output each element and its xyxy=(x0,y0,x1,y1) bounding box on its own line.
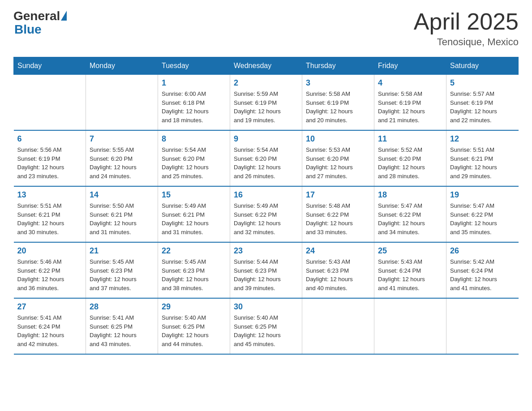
day-number: 20 xyxy=(17,246,82,256)
day-number: 13 xyxy=(17,190,82,200)
calendar-cell: 9Sunrise: 5:54 AMSunset: 6:20 PMDaylight… xyxy=(230,130,302,186)
day-info: Sunrise: 5:53 AMSunset: 6:20 PMDaylight:… xyxy=(306,146,370,180)
calendar-cell: 17Sunrise: 5:48 AMSunset: 6:22 PMDayligh… xyxy=(302,186,374,242)
day-info: Sunrise: 5:40 AMSunset: 6:25 PMDaylight:… xyxy=(162,313,226,348)
day-info: Sunrise: 5:51 AMSunset: 6:21 PMDaylight:… xyxy=(17,201,82,236)
calendar-cell xyxy=(86,75,158,131)
day-number: 22 xyxy=(162,246,226,256)
day-number: 7 xyxy=(90,134,154,144)
day-info: Sunrise: 5:43 AMSunset: 6:23 PMDaylight:… xyxy=(306,257,370,292)
calendar-cell xyxy=(446,298,519,354)
calendar-cell xyxy=(374,298,446,354)
day-info: Sunrise: 5:42 AMSunset: 6:24 PMDaylight:… xyxy=(450,257,515,292)
day-info: Sunrise: 5:58 AMSunset: 6:19 PMDaylight:… xyxy=(306,90,370,124)
day-info: Sunrise: 5:56 AMSunset: 6:19 PMDaylight:… xyxy=(17,146,82,180)
calendar-cell: 8Sunrise: 5:54 AMSunset: 6:20 PMDaylight… xyxy=(158,130,230,186)
calendar-cell: 30Sunrise: 5:40 AMSunset: 6:25 PMDayligh… xyxy=(230,298,302,354)
day-number: 4 xyxy=(378,78,442,88)
day-number: 9 xyxy=(234,134,298,144)
day-number: 3 xyxy=(306,78,370,88)
header: General Blue April 2025 Tenosique, Mexic… xyxy=(13,9,519,48)
day-info: Sunrise: 5:45 AMSunset: 6:23 PMDaylight:… xyxy=(90,257,154,292)
calendar-cell: 7Sunrise: 5:55 AMSunset: 6:20 PMDaylight… xyxy=(86,130,158,186)
day-number: 11 xyxy=(378,134,442,144)
weekday-header-monday: Monday xyxy=(86,57,158,75)
day-number: 18 xyxy=(378,190,442,200)
calendar-cell: 1Sunrise: 6:00 AMSunset: 6:18 PMDaylight… xyxy=(158,75,230,131)
day-number: 1 xyxy=(162,78,226,88)
day-number: 6 xyxy=(17,134,82,144)
calendar-cell: 12Sunrise: 5:51 AMSunset: 6:21 PMDayligh… xyxy=(446,130,519,186)
week-row-1: 1Sunrise: 6:00 AMSunset: 6:18 PMDaylight… xyxy=(14,75,519,131)
day-info: Sunrise: 5:58 AMSunset: 6:19 PMDaylight:… xyxy=(378,90,442,124)
week-row-3: 13Sunrise: 5:51 AMSunset: 6:21 PMDayligh… xyxy=(14,186,519,242)
logo: General Blue xyxy=(13,9,67,37)
day-number: 8 xyxy=(162,134,226,144)
calendar-cell: 4Sunrise: 5:58 AMSunset: 6:19 PMDaylight… xyxy=(374,75,446,131)
calendar-cell: 15Sunrise: 5:49 AMSunset: 6:21 PMDayligh… xyxy=(158,186,230,242)
day-info: Sunrise: 6:00 AMSunset: 6:18 PMDaylight:… xyxy=(162,90,226,124)
day-info: Sunrise: 5:44 AMSunset: 6:23 PMDaylight:… xyxy=(234,257,298,292)
day-number: 23 xyxy=(234,246,298,256)
day-number: 26 xyxy=(450,246,515,256)
calendar-cell: 10Sunrise: 5:53 AMSunset: 6:20 PMDayligh… xyxy=(302,130,374,186)
day-info: Sunrise: 5:55 AMSunset: 6:20 PMDaylight:… xyxy=(90,146,154,180)
day-info: Sunrise: 5:47 AMSunset: 6:22 PMDaylight:… xyxy=(378,201,442,236)
day-info: Sunrise: 5:51 AMSunset: 6:21 PMDaylight:… xyxy=(450,146,515,180)
title-area: April 2025 Tenosique, Mexico xyxy=(414,9,519,48)
day-info: Sunrise: 5:40 AMSunset: 6:25 PMDaylight:… xyxy=(234,313,298,348)
day-number: 14 xyxy=(90,190,154,200)
day-info: Sunrise: 5:43 AMSunset: 6:24 PMDaylight:… xyxy=(378,257,442,292)
calendar-cell: 13Sunrise: 5:51 AMSunset: 6:21 PMDayligh… xyxy=(14,186,86,242)
calendar-title: April 2025 xyxy=(414,9,519,34)
calendar-cell: 25Sunrise: 5:43 AMSunset: 6:24 PMDayligh… xyxy=(374,242,446,298)
calendar-subtitle: Tenosique, Mexico xyxy=(414,36,519,48)
calendar-cell: 28Sunrise: 5:41 AMSunset: 6:25 PMDayligh… xyxy=(86,298,158,354)
calendar-cell: 16Sunrise: 5:49 AMSunset: 6:22 PMDayligh… xyxy=(230,186,302,242)
week-row-2: 6Sunrise: 5:56 AMSunset: 6:19 PMDaylight… xyxy=(14,130,519,186)
weekday-header-wednesday: Wednesday xyxy=(230,57,302,75)
day-number: 5 xyxy=(450,78,515,88)
weekday-header-saturday: Saturday xyxy=(446,57,519,75)
day-number: 2 xyxy=(234,78,298,88)
calendar-cell: 24Sunrise: 5:43 AMSunset: 6:23 PMDayligh… xyxy=(302,242,374,298)
calendar-table: SundayMondayTuesdayWednesdayThursdayFrid… xyxy=(13,57,519,355)
day-number: 28 xyxy=(90,302,154,312)
calendar-cell: 3Sunrise: 5:58 AMSunset: 6:19 PMDaylight… xyxy=(302,75,374,131)
calendar-cell xyxy=(14,75,86,131)
calendar-cell: 5Sunrise: 5:57 AMSunset: 6:19 PMDaylight… xyxy=(446,75,519,131)
day-number: 30 xyxy=(234,302,298,312)
weekday-header-row: SundayMondayTuesdayWednesdayThursdayFrid… xyxy=(14,57,519,75)
weekday-header-thursday: Thursday xyxy=(302,57,374,75)
weekday-header-sunday: Sunday xyxy=(14,57,86,75)
day-number: 24 xyxy=(306,246,370,256)
day-number: 12 xyxy=(450,134,515,144)
day-info: Sunrise: 5:52 AMSunset: 6:20 PMDaylight:… xyxy=(378,146,442,180)
weekday-header-tuesday: Tuesday xyxy=(158,57,230,75)
week-row-5: 27Sunrise: 5:41 AMSunset: 6:24 PMDayligh… xyxy=(14,298,519,354)
day-number: 25 xyxy=(378,246,442,256)
day-info: Sunrise: 5:49 AMSunset: 6:22 PMDaylight:… xyxy=(234,201,298,236)
day-number: 27 xyxy=(17,302,82,312)
calendar-cell: 20Sunrise: 5:46 AMSunset: 6:22 PMDayligh… xyxy=(14,242,86,298)
calendar-cell: 11Sunrise: 5:52 AMSunset: 6:20 PMDayligh… xyxy=(374,130,446,186)
day-number: 10 xyxy=(306,134,370,144)
calendar-cell: 14Sunrise: 5:50 AMSunset: 6:21 PMDayligh… xyxy=(86,186,158,242)
day-info: Sunrise: 5:49 AMSunset: 6:21 PMDaylight:… xyxy=(162,201,226,236)
day-number: 19 xyxy=(450,190,515,200)
calendar-cell: 26Sunrise: 5:42 AMSunset: 6:24 PMDayligh… xyxy=(446,242,519,298)
day-number: 29 xyxy=(162,302,226,312)
calendar-cell: 27Sunrise: 5:41 AMSunset: 6:24 PMDayligh… xyxy=(14,298,86,354)
day-info: Sunrise: 5:45 AMSunset: 6:23 PMDaylight:… xyxy=(162,257,226,292)
calendar-cell xyxy=(302,298,374,354)
day-number: 17 xyxy=(306,190,370,200)
logo-general-text: General xyxy=(13,9,60,23)
day-info: Sunrise: 5:48 AMSunset: 6:22 PMDaylight:… xyxy=(306,201,370,236)
day-info: Sunrise: 5:57 AMSunset: 6:19 PMDaylight:… xyxy=(450,90,515,124)
logo-blue-text: Blue xyxy=(14,22,42,37)
calendar-cell: 22Sunrise: 5:45 AMSunset: 6:23 PMDayligh… xyxy=(158,242,230,298)
weekday-header-friday: Friday xyxy=(374,57,446,75)
calendar-cell: 21Sunrise: 5:45 AMSunset: 6:23 PMDayligh… xyxy=(86,242,158,298)
day-number: 16 xyxy=(234,190,298,200)
day-info: Sunrise: 5:54 AMSunset: 6:20 PMDaylight:… xyxy=(234,146,298,180)
